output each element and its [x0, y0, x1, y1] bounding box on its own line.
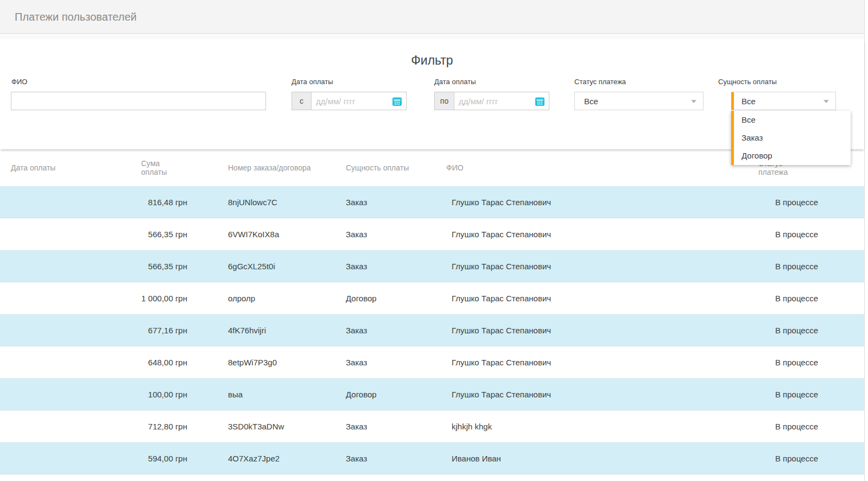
cell-sum: 566,35 грн	[141, 218, 187, 250]
cell-status: В процессе	[758, 346, 864, 378]
calendar-icon[interactable]	[534, 96, 546, 107]
entity-select-value: Все	[731, 97, 756, 106]
date-to-prefix: по	[435, 92, 454, 110]
cell-entity: Заказ	[346, 186, 446, 218]
entity-label: Сущность оплаты	[718, 78, 777, 86]
cell-status: В процессе	[758, 250, 864, 282]
fio-input[interactable]	[11, 92, 265, 110]
table-row[interactable]: 100,00 грнвыаДоговорГлушко Тарас Степано…	[0, 378, 864, 410]
date-to-field: по	[434, 92, 549, 110]
entity-select[interactable]: Все	[731, 92, 836, 110]
table-row[interactable]: 648,00 грн8etpWi7P3g0ЗаказГлушко Тарас С…	[0, 346, 864, 378]
cell-date	[0, 346, 141, 378]
status-select-value: Все	[575, 97, 598, 106]
cell-fio: Глушко Тарас Степанович	[446, 218, 758, 250]
cell-entity: Договор	[346, 378, 446, 410]
cell-entity: Заказ	[346, 410, 446, 442]
column-header: Сума оплаты	[141, 149, 187, 186]
cell-sum: 100,00 грн	[141, 378, 187, 410]
cell-status: В процессе	[758, 410, 864, 442]
cell-number: 4fK76hvijri	[187, 314, 346, 346]
table-row[interactable]: 1 000,00 грнолролрДоговорГлушко Тарас Ст…	[0, 282, 864, 314]
cell-number: выа	[187, 378, 346, 410]
table-row[interactable]: 816,48 грн8njUNlowc7CЗаказГлушко Тарас С…	[0, 186, 864, 218]
cell-status: В процессе	[758, 442, 864, 474]
column-header: Номер заказа/договора	[187, 149, 346, 186]
topbar-gap	[0, 34, 864, 39]
chevron-down-icon	[823, 100, 829, 103]
cell-entity: Договор	[346, 282, 446, 314]
active-indicator-bar	[731, 92, 734, 110]
filter-panel: Фильтр ФИО Дата оплаты с Дата оплаты по	[0, 39, 864, 149]
cell-status: В процессе	[758, 282, 864, 314]
cell-fio: Глушко Тарас Степанович	[446, 346, 758, 378]
cell-fio: Иванов Иван	[446, 442, 758, 474]
column-header: Дата оплаты	[0, 149, 141, 186]
cell-sum: 566,35 грн	[141, 250, 187, 282]
cell-fio: Глушко Тарас Степанович	[446, 282, 758, 314]
status-select[interactable]: Все	[574, 92, 704, 110]
table-row[interactable]: 677,16 грн4fK76hvijriЗаказГлушко Тарас С…	[0, 314, 864, 346]
cell-number: 6gGcXL25t0i	[187, 250, 346, 282]
cell-fio: Глушко Тарас Степанович	[446, 250, 758, 282]
cell-entity: Заказ	[346, 218, 446, 250]
content: Платежи пользователей Фильтр ФИО Дата оп…	[0, 0, 865, 481]
table-row[interactable]: 712,80 грн3SD0kT3aDNwЗаказkjhkjh khgkВ п…	[0, 410, 864, 442]
cell-date	[0, 442, 141, 474]
date-from-input[interactable]	[312, 92, 391, 110]
table-row[interactable]: 594,00 грн4O7Xaz7Jpe2ЗаказИванов ИванВ п…	[0, 442, 864, 474]
cell-date	[0, 282, 141, 314]
cell-fio: Глушко Тарас Степанович	[446, 186, 758, 218]
calendar-icon[interactable]	[391, 96, 403, 107]
cell-date	[0, 250, 141, 282]
entity-dropdown: Все Заказ Договор	[731, 111, 851, 165]
cell-sum: 1 000,00 грн	[141, 282, 187, 314]
table-row[interactable]: 566,35 грн6gGcXL25t0iЗаказГлушко Тарас С…	[0, 250, 864, 282]
cell-entity: Заказ	[346, 442, 446, 474]
cell-date	[0, 186, 141, 218]
cell-fio: Глушко Тарас Степанович	[446, 378, 758, 410]
cell-sum: 712,80 грн	[141, 410, 187, 442]
active-indicator-bar	[731, 111, 734, 165]
cell-fio: Глушко Тарас Степанович	[446, 314, 758, 346]
cell-sum: 648,00 грн	[141, 346, 187, 378]
cell-date	[0, 314, 141, 346]
page: Платежи пользователей Фильтр ФИО Дата оп…	[0, 0, 868, 481]
cell-date	[0, 410, 141, 442]
dropdown-option-contract[interactable]: Договор	[731, 147, 851, 164]
date-from-prefix: с	[292, 92, 312, 110]
cell-number: 4O7Xaz7Jpe2	[187, 442, 346, 474]
cell-number: 8njUNlowc7C	[187, 186, 346, 218]
chevron-down-icon	[691, 100, 696, 103]
cell-entity: Заказ	[346, 314, 446, 346]
cell-number: 6VWI7KoIX8a	[187, 218, 346, 250]
cell-status: В процессе	[758, 186, 864, 218]
filter-title: Фильтр	[0, 53, 864, 68]
date-from-label: Дата оплаты	[292, 78, 333, 86]
page-title: Платежи пользователей	[0, 0, 864, 34]
date-from-field: с	[292, 92, 407, 110]
cell-sum: 677,16 грн	[141, 314, 187, 346]
payments-table: Дата оплатыСума оплатыНомер заказа/догов…	[0, 149, 864, 474]
fio-label: ФИО	[11, 78, 27, 86]
cell-entity: Заказ	[346, 250, 446, 282]
dropdown-option-order[interactable]: Заказ	[731, 129, 851, 147]
date-to-input[interactable]	[454, 92, 534, 110]
table-body: 816,48 грн8njUNlowc7CЗаказГлушко Тарас С…	[0, 186, 864, 474]
table-row[interactable]: 566,35 грн6VWI7KoIX8aЗаказГлушко Тарас С…	[0, 218, 864, 250]
topbar: Платежи пользователей	[0, 0, 864, 34]
cell-date	[0, 218, 141, 250]
cell-status: В процессе	[758, 314, 864, 346]
column-header: Сущность оплаты	[346, 149, 446, 186]
cell-status: В процессе	[758, 218, 864, 250]
cell-number: олролр	[187, 282, 346, 314]
date-to-label: Дата оплаты	[434, 78, 476, 86]
cell-number: 8etpWi7P3g0	[187, 346, 346, 378]
fio-field	[11, 92, 266, 110]
cell-fio: kjhkjh khgk	[446, 410, 758, 442]
cell-number: 3SD0kT3aDNw	[187, 410, 346, 442]
cell-entity: Заказ	[346, 346, 446, 378]
dropdown-option-all[interactable]: Все	[731, 111, 851, 129]
cell-date	[0, 378, 141, 410]
cell-sum: 594,00 грн	[141, 442, 187, 474]
